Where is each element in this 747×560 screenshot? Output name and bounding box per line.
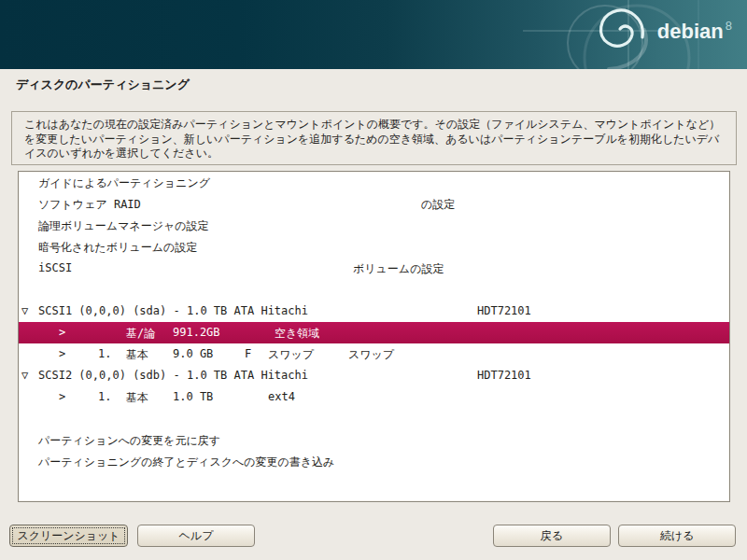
cell-text: の設定	[421, 197, 455, 213]
cell-text: F	[245, 347, 251, 360]
cell-text: パーティションへの変更を元に戻す	[38, 433, 220, 449]
spacer-row	[19, 408, 729, 429]
partition-list: ガイドによるパーティショニングソフトウェア RAIDの設定論理ボリュームマネージ…	[18, 171, 730, 502]
cell-text: ガイドによるパーティショニング	[38, 175, 210, 191]
cell-text: ext4	[268, 390, 295, 403]
menu-configure-iscsi[interactable]: iSCSIボリュームの設定	[19, 258, 729, 279]
cell-text: 空き領域	[275, 326, 319, 342]
menu-configure-software-raid[interactable]: ソフトウェア RAIDの設定	[19, 193, 729, 215]
menu-finish-partitioning[interactable]: パーティショニングの終了とディスクへの変更の書き込み	[19, 451, 729, 472]
page-title: ディスクのパーティショニング	[16, 77, 190, 93]
partition-sda-free-space[interactable]: >基/論991.2GB空き領域	[19, 322, 729, 343]
cell-text: HDT72101	[477, 369, 531, 382]
cell-text: スワップ	[348, 347, 394, 363]
banner: debian8	[0, 0, 747, 69]
help-button-label: ヘルプ	[179, 528, 214, 544]
spacer-row	[19, 279, 729, 301]
row-marker-icon: >	[59, 326, 65, 339]
cell-text: 基本	[126, 347, 148, 363]
cell-text: 1.	[98, 390, 111, 403]
row-marker-icon: >	[59, 347, 65, 360]
cell-text: 9.0 GB	[173, 347, 213, 360]
cell-text: スワップ	[268, 347, 314, 363]
continue-button[interactable]: 続ける	[618, 525, 736, 547]
cell-text: iSCSI	[38, 261, 72, 274]
brand-version: 8	[726, 19, 732, 33]
cell-text: HDT72101	[477, 304, 531, 317]
cell-text: ボリュームの設定	[353, 261, 444, 277]
intro-text: これはあなたの現在の設定済みパーティションとマウントポイントの概要です。その設定…	[24, 118, 720, 160]
cell-text: 1.	[98, 347, 111, 360]
back-button[interactable]: 戻る	[493, 525, 611, 547]
expander-down-icon: ▽	[21, 304, 28, 317]
help-button[interactable]: ヘルプ	[137, 525, 255, 547]
screenshot-button-label: スクリーンショット	[17, 528, 120, 544]
brand-name: debian	[657, 20, 724, 43]
expander-down-icon: ▽	[21, 369, 28, 382]
menu-configure-encrypted-volumes[interactable]: 暗号化されたボリュームの設定	[19, 236, 729, 258]
partition-sda1-swap[interactable]: >1.基本9.0 GBFスワップスワップ	[19, 343, 729, 365]
disk-sdb-header[interactable]: ▽SCSI2 (0,0,0) (sdb) - 1.0 TB ATA Hitach…	[19, 365, 729, 386]
back-button-label: 戻る	[541, 528, 563, 544]
cell-text: ソフトウェア RAID	[38, 197, 141, 213]
cell-text: 基/論	[126, 326, 155, 342]
brand-logo: debian8	[657, 20, 732, 44]
menu-undo-changes[interactable]: パーティションへの変更を元に戻す	[19, 429, 729, 451]
intro-box: これはあなたの現在の設定済みパーティションとマウントポイントの概要です。その設定…	[11, 111, 737, 165]
cell-text: SCSI2 (0,0,0) (sdb) - 1.0 TB ATA Hitachi	[38, 369, 308, 382]
screenshot-button[interactable]: スクリーンショット	[9, 525, 128, 547]
cell-text: 基本	[126, 390, 148, 406]
cell-text: 暗号化されたボリュームの設定	[38, 240, 197, 256]
cell-text: 991.2GB	[173, 326, 220, 339]
menu-configure-lvm[interactable]: 論理ボリュームマネージャの設定	[19, 215, 729, 236]
partition-sdb1-ext4[interactable]: >1.基本1.0 TBext4	[19, 386, 729, 408]
continue-button-label: 続ける	[660, 528, 695, 544]
menu-guided-partitioning[interactable]: ガイドによるパーティショニング	[19, 172, 729, 193]
disk-sda-header[interactable]: ▽SCSI1 (0,0,0) (sda) - 1.0 TB ATA Hitach…	[19, 301, 729, 322]
cell-text: SCSI1 (0,0,0) (sda) - 1.0 TB ATA Hitachi	[38, 304, 308, 317]
cell-text: 1.0 TB	[173, 390, 213, 403]
row-marker-icon: >	[59, 390, 65, 403]
cell-text: パーティショニングの終了とディスクへの変更の書き込み	[38, 455, 334, 470]
cell-text: 論理ボリュームマネージャの設定	[38, 218, 209, 234]
